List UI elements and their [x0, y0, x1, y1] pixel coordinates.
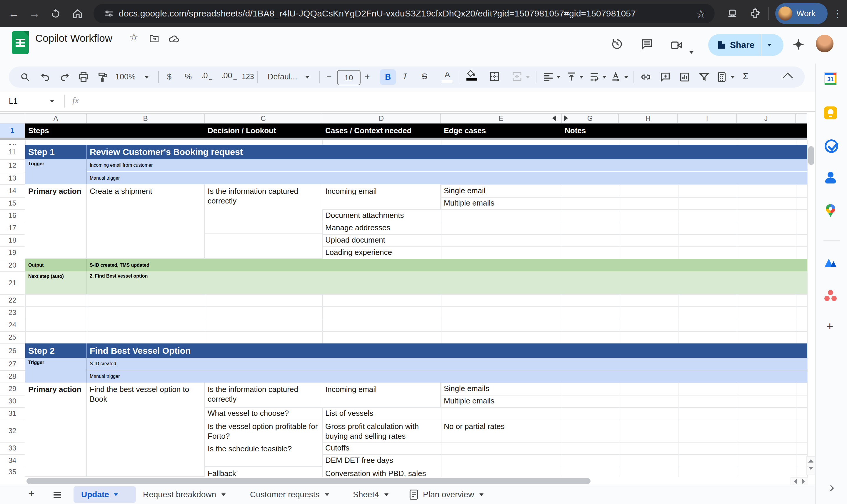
collapse-toolbar-icon[interactable]	[782, 73, 793, 83]
scroll-down-icon[interactable]	[808, 467, 813, 470]
hidden-column-right-arrow-icon[interactable]	[564, 115, 568, 121]
column-header-g[interactable]: G	[562, 113, 619, 124]
row-number[interactable]: 34	[0, 454, 25, 467]
column-header-i[interactable]: I	[678, 113, 737, 124]
decrease-decimal-button[interactable]: .0←	[201, 71, 214, 82]
name-box-dropdown-icon[interactable]	[50, 100, 54, 103]
row-number[interactable]: 15	[0, 197, 25, 209]
home-button[interactable]	[72, 8, 84, 20]
cell-b1[interactable]	[87, 124, 205, 138]
comments-icon[interactable]	[641, 38, 653, 51]
row-number[interactable]: 20	[0, 259, 25, 271]
italic-button[interactable]: I	[403, 71, 407, 81]
cell-b29[interactable]: Find the best vessel option to Book	[87, 382, 205, 477]
horizontal-align-dropdown-icon[interactable]	[556, 76, 561, 78]
cell-e30[interactable]: Multiple emails	[441, 395, 562, 407]
column-header-h[interactable]: H	[619, 113, 678, 124]
cell-a20[interactable]: Output	[25, 259, 87, 271]
row-number[interactable]: 21	[0, 271, 25, 294]
cell-c32[interactable]: Is the vessel option profitable for Fort…	[205, 420, 322, 442]
reload-button[interactable]	[50, 8, 61, 19]
sheets-logo[interactable]	[12, 31, 29, 54]
cloud-status-icon[interactable]	[168, 34, 179, 45]
insert-chart-icon[interactable]	[679, 71, 690, 83]
cell-c18[interactable]	[205, 234, 322, 259]
row-number[interactable]: 11	[0, 145, 25, 159]
cell-d29[interactable]: Incoming email	[322, 382, 441, 407]
row-number[interactable]: 33	[0, 442, 25, 454]
cell-b27[interactable]: S-ID created	[87, 358, 807, 370]
row-number[interactable]: 10	[0, 140, 25, 145]
increase-decimal-button[interactable]: .00→	[221, 71, 238, 82]
tab-request-breakdown[interactable]: Request breakdown	[143, 486, 226, 503]
cell-b20[interactable]: S-ID created, TMS updated	[87, 259, 807, 271]
row-number[interactable]: 13	[0, 172, 25, 184]
row-number[interactable]: 28	[0, 370, 25, 382]
functions-dropdown-icon[interactable]	[731, 76, 735, 78]
text-rotation-icon[interactable]	[611, 71, 622, 82]
column-header-c[interactable]: C	[205, 113, 322, 124]
forward-button[interactable]: →	[27, 0, 42, 27]
column-header-d[interactable]: D	[322, 113, 441, 124]
strikethrough-button[interactable]: S	[422, 72, 427, 81]
name-box[interactable]: L1	[9, 92, 18, 111]
tab-customer-requests[interactable]: Customer requests	[250, 486, 329, 503]
functions-view-icon[interactable]	[716, 71, 727, 83]
add-sheet-button[interactable]: +	[28, 488, 34, 500]
cell-b26[interactable]: Find Best Vessel Option	[87, 343, 807, 358]
meet-dropdown-icon[interactable]	[689, 51, 693, 54]
cell-c33[interactable]: Is the schedule feasible?	[205, 442, 322, 467]
tab-update[interactable]: Update	[73, 486, 136, 503]
all-sheets-icon[interactable]	[52, 490, 62, 499]
meet-icon[interactable]	[670, 39, 683, 52]
cell-b11[interactable]: Review Customer's Booking request	[87, 145, 807, 159]
cell-c14[interactable]: Is the information captured correctly	[205, 184, 322, 234]
move-folder-icon[interactable]	[149, 34, 159, 44]
tab-sheet4[interactable]: Sheet4	[353, 486, 389, 503]
tasks-icon[interactable]	[824, 139, 837, 152]
share-button[interactable]: Share	[708, 34, 783, 56]
tab-update-dropdown-icon[interactable]	[114, 493, 118, 496]
insert-link-icon[interactable]	[640, 71, 652, 83]
cell-b13[interactable]: Manual trigger	[87, 172, 807, 184]
user-avatar[interactable]	[816, 35, 833, 52]
cell-a29[interactable]: Primary action	[25, 382, 87, 477]
text-color-button[interactable]: A	[442, 70, 453, 83]
zoom-dropdown-icon[interactable]	[145, 76, 149, 78]
text-rotation-dropdown-icon[interactable]	[624, 76, 628, 78]
row-number[interactable]: 16	[0, 209, 25, 222]
calendar-icon[interactable]: 31	[824, 72, 837, 85]
cell-d16[interactable]: Document attachments	[322, 209, 441, 222]
font-size-input[interactable]: 10	[337, 70, 361, 85]
keep-icon[interactable]	[824, 106, 837, 120]
font-select[interactable]: Defaul...	[268, 72, 297, 82]
bold-button[interactable]: B	[380, 69, 396, 85]
row-number[interactable]: 25	[0, 331, 25, 343]
cell-c29[interactable]: Is the information captured correctly	[205, 382, 322, 407]
cell-e14[interactable]: Single email	[441, 184, 562, 197]
text-wrap-icon[interactable]	[589, 71, 600, 82]
cell-a1[interactable]: Steps	[25, 124, 87, 138]
bookmark-star-icon[interactable]: ☆	[696, 7, 706, 20]
merge-cells-icon[interactable]	[511, 71, 523, 82]
row-number[interactable]: 22	[0, 294, 25, 306]
cell-a14[interactable]: Primary action	[25, 184, 87, 259]
row-number[interactable]: 17	[0, 222, 25, 234]
merge-dropdown-icon[interactable]	[526, 76, 530, 78]
side-panel-collapse-icon[interactable]	[827, 483, 836, 493]
borders-icon[interactable]	[489, 71, 501, 82]
cell-d31[interactable]: List of vessels	[322, 407, 441, 420]
row-number[interactable]: 32	[0, 420, 25, 442]
cell-e29[interactable]: Single emails	[441, 382, 562, 395]
increase-font-size-button[interactable]: +	[365, 72, 370, 82]
cell-d18[interactable]: Upload document	[322, 234, 441, 247]
cell-a26[interactable]: Step 2	[25, 343, 87, 358]
cell-d17[interactable]: Manage addresses	[322, 222, 441, 234]
row-number[interactable]: 27	[0, 358, 25, 370]
search-icon[interactable]	[19, 71, 31, 83]
url-bar[interactable]: docs.google.com/spreadsheets/d/1BA8_r4lU…	[93, 4, 715, 23]
percent-format-button[interactable]: %	[185, 72, 192, 82]
cell-e32[interactable]: No or partial rates	[441, 420, 562, 442]
tab-plan-overview-dropdown-icon[interactable]	[480, 493, 484, 496]
column-header-b[interactable]: B	[87, 113, 205, 124]
